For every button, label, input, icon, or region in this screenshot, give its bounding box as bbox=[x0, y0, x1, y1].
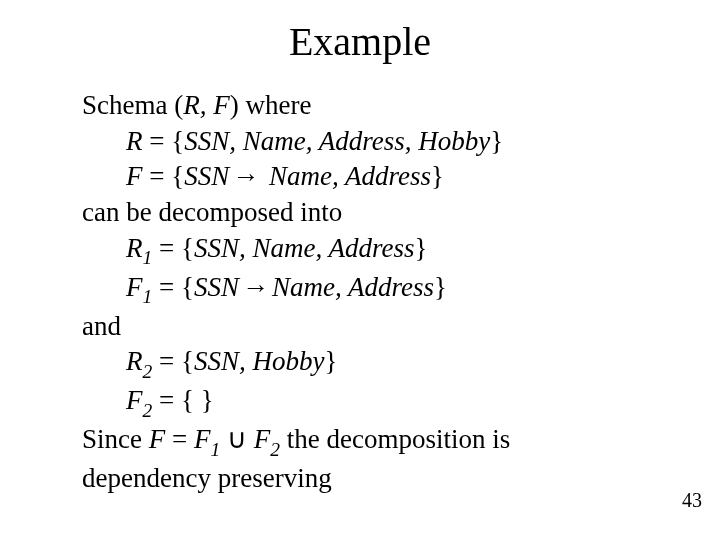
var-F1: F bbox=[194, 424, 211, 454]
var-F2: F bbox=[126, 385, 143, 415]
arrow-icon: → bbox=[229, 159, 262, 195]
arrow-icon: → bbox=[239, 270, 272, 306]
page-number: 43 bbox=[682, 489, 702, 512]
set-R1: SSN, Name, Address bbox=[194, 233, 415, 263]
line-decomposed: can be decomposed into bbox=[82, 195, 660, 231]
sub-2: 2 bbox=[143, 400, 153, 421]
text: ) where bbox=[230, 90, 312, 120]
text: = { bbox=[152, 346, 194, 376]
text: Since bbox=[82, 424, 149, 454]
var-F2: F bbox=[254, 424, 271, 454]
slide-title: Example bbox=[0, 18, 720, 65]
line-R2-def: R2 = {SSN, Hobby} bbox=[82, 344, 660, 383]
line-F-def: F = {SSN→ Name, Address} bbox=[82, 159, 660, 195]
var-R: R bbox=[126, 126, 143, 156]
text: } bbox=[434, 272, 447, 302]
line-F1-def: F1 = {SSN→Name, Address} bbox=[82, 270, 660, 309]
line-F2-def: F2 = { } bbox=[82, 383, 660, 422]
text: = { bbox=[152, 233, 194, 263]
line-conclusion: dependency preserving bbox=[82, 461, 660, 497]
text: Schema ( bbox=[82, 90, 183, 120]
set-R: SSN, Name, Address, Hobby bbox=[184, 126, 490, 156]
text: = { bbox=[143, 161, 185, 191]
text: } bbox=[324, 346, 337, 376]
sub-1: 1 bbox=[143, 247, 153, 268]
sub-1: 1 bbox=[143, 286, 153, 307]
sub-1: 1 bbox=[210, 439, 220, 460]
line-schema: Schema (R, F) where bbox=[82, 88, 660, 124]
text: the decomposition is bbox=[280, 424, 510, 454]
text: = { } bbox=[152, 385, 213, 415]
fd-lhs: SSN bbox=[194, 272, 239, 302]
line-R-def: R = {SSN, Name, Address, Hobby} bbox=[82, 124, 660, 160]
text: = { bbox=[152, 272, 194, 302]
var-F: F bbox=[126, 161, 143, 191]
text: } bbox=[414, 233, 427, 263]
sub-2: 2 bbox=[143, 361, 153, 382]
var-F1: F bbox=[126, 272, 143, 302]
var-F: F bbox=[149, 424, 166, 454]
set-R2: SSN, Hobby bbox=[194, 346, 325, 376]
text: = { bbox=[143, 126, 185, 156]
slide-body: Schema (R, F) where R = {SSN, Name, Addr… bbox=[82, 88, 660, 497]
fd-rhs: Name, Address bbox=[272, 272, 434, 302]
fd-lhs: SSN bbox=[184, 161, 229, 191]
slide: Example Schema (R, F) where R = {SSN, Na… bbox=[0, 0, 720, 540]
text: } bbox=[490, 126, 503, 156]
text: = bbox=[165, 424, 194, 454]
text: } bbox=[431, 161, 444, 191]
var-R1: R bbox=[126, 233, 143, 263]
union-icon: ∪ bbox=[220, 424, 254, 454]
line-R1-def: R1 = {SSN, Name, Address} bbox=[82, 231, 660, 270]
sub-2: 2 bbox=[270, 439, 280, 460]
var-RF: R, F bbox=[183, 90, 230, 120]
line-since: Since F = F1 ∪ F2 the decomposition is bbox=[82, 422, 660, 461]
var-R2: R bbox=[126, 346, 143, 376]
fd-rhs: Name, Address bbox=[262, 161, 431, 191]
line-and: and bbox=[82, 309, 660, 345]
